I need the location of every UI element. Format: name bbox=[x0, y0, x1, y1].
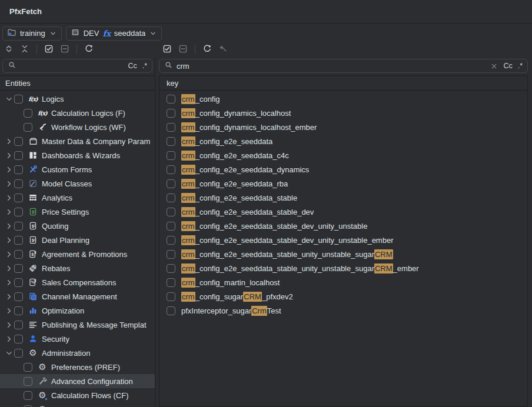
chevron-right-icon[interactable] bbox=[4, 264, 14, 273]
checkbox[interactable] bbox=[14, 349, 23, 358]
uncheck-all-button[interactable] bbox=[177, 43, 189, 56]
tree-item-logics[interactable]: f(x)Logics bbox=[0, 92, 155, 106]
checkbox[interactable] bbox=[24, 377, 32, 386]
key-search-input[interactable] bbox=[177, 62, 487, 71]
checkbox[interactable] bbox=[14, 222, 23, 231]
key-row[interactable]: crm_config_e2e_seeddata_stable_dev_unity… bbox=[159, 233, 527, 247]
checkbox[interactable] bbox=[167, 278, 175, 287]
key-row[interactable]: crm_config_martin_localhost bbox=[159, 275, 527, 289]
checkbox[interactable] bbox=[14, 264, 23, 273]
checkbox[interactable] bbox=[14, 335, 23, 343]
tree-item-analytics[interactable]: Analytics bbox=[0, 191, 155, 205]
key-row[interactable]: crm_config bbox=[159, 92, 527, 106]
chevron-right-icon[interactable] bbox=[4, 292, 14, 301]
apply-to-tree-button[interactable] bbox=[217, 43, 230, 56]
tree-item-publishing-message-templat[interactable]: Publishing & Message Templat bbox=[0, 318, 155, 332]
checkbox[interactable] bbox=[14, 208, 23, 216]
checkbox[interactable] bbox=[167, 165, 175, 174]
key-row[interactable]: crm_config_e2e_seeddata_stable bbox=[159, 191, 527, 205]
checkbox[interactable] bbox=[14, 306, 23, 315]
checkbox[interactable] bbox=[167, 292, 175, 301]
checkbox[interactable] bbox=[14, 194, 23, 202]
checkbox[interactable] bbox=[14, 151, 23, 160]
checkbox[interactable] bbox=[167, 194, 175, 202]
checkbox[interactable] bbox=[167, 264, 175, 273]
key-row[interactable]: crm_config_e2e_seeddata_dynamics bbox=[159, 162, 527, 176]
key-row[interactable]: crm_config_e2e_seeddata bbox=[159, 134, 527, 148]
tree-item-calculated-field-sets-cfs[interactable]: ⚙Calculated Field Sets (CFS) bbox=[0, 402, 155, 407]
key-row[interactable]: crm_config_sugarCRM_pfxdev2 bbox=[159, 289, 527, 303]
checkbox[interactable] bbox=[167, 137, 175, 146]
entity-search-input[interactable] bbox=[20, 62, 124, 71]
checkbox[interactable] bbox=[24, 123, 32, 132]
chevron-right-icon[interactable] bbox=[4, 335, 14, 343]
chevron-right-icon[interactable] bbox=[4, 151, 14, 160]
project-selector-dropdown[interactable]: training bbox=[2, 26, 62, 41]
key-row[interactable]: crm_config_dynamics_localhost bbox=[159, 106, 527, 120]
checkbox[interactable] bbox=[14, 278, 23, 287]
chevron-right-icon[interactable] bbox=[4, 306, 14, 315]
check-all-button[interactable] bbox=[161, 43, 174, 56]
tree-item-price-settings[interactable]: $Price Settings bbox=[0, 205, 155, 219]
tree-item-agreement-promotions[interactable]: $Agreement & Promotions bbox=[0, 247, 155, 261]
collapse-all-button[interactable] bbox=[18, 43, 31, 56]
checkbox[interactable] bbox=[24, 391, 32, 400]
match-case-toggle[interactable]: Cc bbox=[128, 62, 137, 70]
checkbox[interactable] bbox=[167, 236, 175, 245]
key-row[interactable]: pfxInterceptor_sugarCrmTest bbox=[159, 303, 527, 318]
chevron-down-icon[interactable] bbox=[4, 349, 14, 358]
checkbox[interactable] bbox=[167, 109, 175, 118]
regex-toggle[interactable]: .* bbox=[518, 62, 523, 70]
chevron-down-icon[interactable] bbox=[4, 95, 14, 104]
checkbox[interactable] bbox=[167, 179, 175, 188]
checkbox[interactable] bbox=[14, 179, 23, 188]
key-row[interactable]: crm_config_e2e_seeddata_stable_dev_unity… bbox=[159, 219, 527, 233]
chevron-right-icon[interactable] bbox=[4, 236, 14, 245]
checkbox[interactable] bbox=[24, 405, 32, 407]
tree-item-calculation-flows-cf[interactable]: ⚙Calculation Flows (CF) bbox=[0, 388, 155, 402]
checkbox[interactable] bbox=[24, 363, 32, 372]
chevron-right-icon[interactable] bbox=[4, 208, 14, 216]
tree-item-master-data-company-param[interactable]: Master Data & Company Param bbox=[0, 134, 155, 148]
key-row[interactable]: crm_config_e2e_seeddata_stable_unity_uns… bbox=[159, 247, 527, 261]
refresh-button[interactable] bbox=[82, 43, 95, 56]
key-row[interactable]: crm_config_e2e_seeddata_stable_dev bbox=[159, 205, 527, 219]
chevron-right-icon[interactable] bbox=[4, 321, 14, 329]
checkbox[interactable] bbox=[14, 292, 23, 301]
chevron-right-icon[interactable] bbox=[4, 137, 14, 146]
checkbox[interactable] bbox=[14, 250, 23, 259]
chevron-right-icon[interactable] bbox=[4, 278, 14, 287]
chevron-right-icon[interactable] bbox=[4, 222, 14, 231]
tree-item-channel-management[interactable]: Channel Management bbox=[0, 289, 155, 303]
refresh-button[interactable] bbox=[201, 43, 214, 56]
regex-toggle[interactable]: .* bbox=[142, 62, 147, 70]
check-all-button[interactable] bbox=[42, 43, 55, 56]
tree-item-dashboards-wizards[interactable]: Dashboards & Wizards bbox=[0, 148, 155, 162]
chevron-right-icon[interactable] bbox=[4, 179, 14, 188]
tree-item-security[interactable]: Security bbox=[0, 332, 155, 346]
checkbox[interactable] bbox=[167, 95, 175, 104]
expand-all-button[interactable] bbox=[2, 43, 15, 56]
tree-item-custom-forms[interactable]: Custom Forms bbox=[0, 162, 155, 176]
key-row[interactable]: crm_config_e2e_seeddata_stable_unity_uns… bbox=[159, 261, 527, 275]
tree-item-advanced-configuration[interactable]: Advanced Configuration bbox=[0, 374, 155, 388]
tree-item-administration[interactable]: ⚙Administration bbox=[0, 346, 155, 360]
tree-item-preferences-pref[interactable]: ⚙Preferences (PREF) bbox=[0, 360, 155, 374]
checkbox[interactable] bbox=[167, 222, 175, 231]
tree-item-deal-planning[interactable]: $Deal Planning bbox=[0, 233, 155, 247]
checkbox[interactable] bbox=[14, 137, 23, 146]
checkbox[interactable] bbox=[14, 321, 23, 329]
key-row[interactable]: crm_config_dynamics_localhost_ember bbox=[159, 120, 527, 134]
tree-item-optimization[interactable]: Optimization bbox=[0, 303, 155, 318]
tree-item-quoting[interactable]: $Quoting bbox=[0, 219, 155, 233]
key-row[interactable]: crm_config_e2e_seeddata_rba bbox=[159, 176, 527, 191]
match-case-toggle[interactable]: Cc bbox=[503, 62, 512, 70]
checkbox[interactable] bbox=[167, 151, 175, 160]
checkbox[interactable] bbox=[167, 123, 175, 132]
chevron-right-icon[interactable] bbox=[4, 194, 14, 202]
checkbox[interactable] bbox=[14, 165, 23, 174]
clear-search-icon[interactable] bbox=[490, 62, 498, 70]
uncheck-all-button[interactable] bbox=[58, 43, 71, 56]
tree-item-workflow-logics-wf[interactable]: Workflow Logics (WF) bbox=[0, 120, 155, 134]
tree-item-model-classes[interactable]: Model Classes bbox=[0, 176, 155, 191]
